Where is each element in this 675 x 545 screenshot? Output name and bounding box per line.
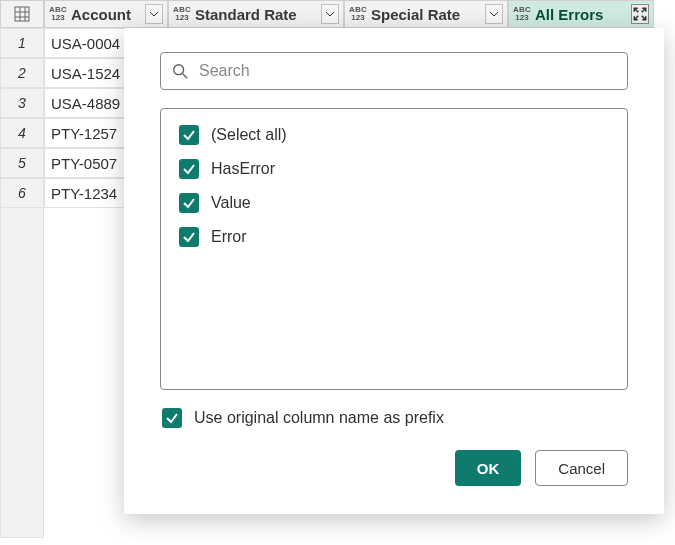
row-number[interactable]: 1 xyxy=(0,28,44,58)
option-label: (Select all) xyxy=(211,126,287,144)
column-header-label: Account xyxy=(71,6,131,23)
row-number[interactable]: 2 xyxy=(0,58,44,88)
column-header-standard-rate[interactable]: ABC123 Standard Rate xyxy=(168,0,344,28)
checkbox-checked-icon xyxy=(179,227,199,247)
type-badge-any-icon: ABC123 xyxy=(49,6,67,22)
row-number[interactable]: 5 xyxy=(0,148,44,178)
type-badge-any-icon: ABC123 xyxy=(513,6,531,22)
chevron-down-icon xyxy=(489,9,499,19)
row-number[interactable]: 4 xyxy=(0,118,44,148)
column-filter-toggle[interactable] xyxy=(485,4,503,24)
column-header-label: Standard Rate xyxy=(195,6,297,23)
svg-point-5 xyxy=(174,65,184,75)
option-has-error[interactable]: HasError xyxy=(179,159,609,179)
search-input[interactable] xyxy=(197,61,617,81)
type-badge-any-icon: ABC123 xyxy=(349,6,367,22)
option-label: HasError xyxy=(211,160,275,178)
column-header-row: ABC123 Account ABC123 Standard Rate ABC1… xyxy=(0,0,654,28)
cancel-button[interactable]: Cancel xyxy=(535,450,628,486)
select-all-corner[interactable] xyxy=(0,0,44,28)
expand-icon xyxy=(632,6,648,22)
chevron-down-icon xyxy=(149,9,159,19)
ok-button[interactable]: OK xyxy=(455,450,522,486)
svg-rect-0 xyxy=(15,7,29,21)
column-header-label: All Errors xyxy=(535,6,603,23)
checkbox-checked-icon xyxy=(179,159,199,179)
table-icon xyxy=(14,6,30,22)
expand-column-dialog: (Select all) HasError Value Error Use or… xyxy=(124,28,664,514)
row-number[interactable]: 3 xyxy=(0,88,44,118)
column-header-account[interactable]: ABC123 Account xyxy=(44,0,168,28)
checkbox-checked-icon xyxy=(179,193,199,213)
column-filter-toggle[interactable] xyxy=(321,4,339,24)
row-number[interactable]: 6 xyxy=(0,178,44,208)
column-header-special-rate[interactable]: ABC123 Special Rate xyxy=(344,0,508,28)
search-icon xyxy=(171,62,189,80)
option-error[interactable]: Error xyxy=(179,227,609,247)
column-options-list: (Select all) HasError Value Error xyxy=(160,108,628,390)
column-header-label: Special Rate xyxy=(371,6,460,23)
column-filter-toggle[interactable] xyxy=(145,4,163,24)
checkbox-checked-icon xyxy=(179,125,199,145)
use-prefix-label: Use original column name as prefix xyxy=(194,409,444,427)
option-select-all[interactable]: (Select all) xyxy=(179,125,609,145)
chevron-down-icon xyxy=(325,9,335,19)
checkbox-checked-icon xyxy=(162,408,182,428)
column-header-all-errors[interactable]: ABC123 All Errors xyxy=(508,0,654,28)
dialog-button-row: OK Cancel xyxy=(160,450,628,486)
type-badge-any-icon: ABC123 xyxy=(173,6,191,22)
svg-line-6 xyxy=(183,74,188,79)
use-prefix-checkbox[interactable]: Use original column name as prefix xyxy=(160,408,628,428)
option-label: Error xyxy=(211,228,247,246)
option-label: Value xyxy=(211,194,251,212)
column-expand-toggle[interactable] xyxy=(631,4,649,24)
option-value[interactable]: Value xyxy=(179,193,609,213)
search-field-wrapper[interactable] xyxy=(160,52,628,90)
